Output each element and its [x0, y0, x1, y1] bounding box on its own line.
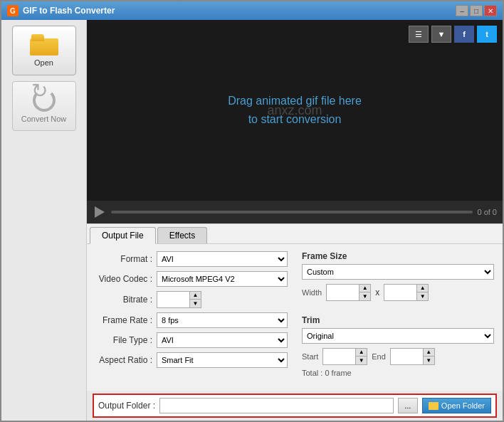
- tab-effects[interactable]: Effects: [157, 227, 207, 243]
- playback-bar: 0 of 0: [87, 201, 503, 223]
- start-input[interactable]: 0: [323, 349, 355, 364]
- start-up[interactable]: ▲: [355, 349, 367, 357]
- title-bar: G GIF to Flash Converter – □ ✕: [1, 1, 503, 20]
- format-row: Format : AVI MP4 FLV SWF: [95, 251, 288, 267]
- end-down[interactable]: ▼: [423, 357, 434, 364]
- maximize-button[interactable]: □: [470, 5, 483, 16]
- menu-button[interactable]: ☰: [409, 26, 429, 43]
- title-bar-left: G GIF to Flash Converter: [7, 5, 115, 16]
- convert-label: Convert Now: [21, 115, 67, 123]
- filetype-label: File Type :: [95, 335, 152, 345]
- output-bar: Output Folder : D:\Documents\Videos\ ...…: [93, 394, 497, 418]
- codec-label: Video Codec :: [95, 274, 152, 284]
- left-settings: Format : AVI MP4 FLV SWF Video Codec : M…: [95, 251, 288, 384]
- tabs: Output File Effects: [87, 224, 503, 243]
- trim-mode-select[interactable]: Original Custom: [302, 328, 494, 344]
- codec-select[interactable]: Microsoft MPEG4 V2 Xvid: [157, 271, 288, 287]
- dropdown-arrow[interactable]: ▼: [431, 26, 451, 43]
- tab-output-file[interactable]: Output File: [90, 227, 156, 244]
- tabs-area: Output File Effects: [87, 223, 503, 243]
- seek-bar[interactable]: [111, 211, 473, 213]
- folder-small-icon: [429, 402, 439, 410]
- window-controls: – □ ✕: [456, 5, 497, 16]
- minimize-button[interactable]: –: [456, 5, 468, 16]
- bitrate-spin: 4000 ▲ ▼: [157, 291, 201, 308]
- height-up[interactable]: ▲: [416, 285, 428, 292]
- width-label: Width: [302, 288, 322, 297]
- size-separator: x: [375, 288, 379, 297]
- framesize-title: Frame Size: [302, 251, 494, 261]
- bitrate-up[interactable]: ▲: [189, 292, 201, 300]
- size-row: Width 0 ▲ ▼ x 0: [302, 284, 494, 301]
- drag-text: Drag animated gif file here to start con…: [228, 92, 362, 128]
- end-input[interactable]: 0: [391, 349, 423, 364]
- browse-button[interactable]: ...: [398, 398, 418, 413]
- framesize-section: Frame Size Custom 320x240 640x480 1280x7…: [302, 251, 494, 301]
- twitter-button[interactable]: t: [477, 26, 497, 43]
- aspectratio-row: Aspect Ratio : Smart Fit 4:3 16:9 Origin…: [95, 352, 288, 368]
- bitrate-spinners: ▲ ▼: [189, 292, 201, 307]
- height-input[interactable]: 0: [384, 285, 416, 300]
- aspectratio-label: Aspect Ratio :: [95, 355, 152, 365]
- end-spin: 0 ▲ ▼: [390, 348, 435, 365]
- end-spinners: ▲ ▼: [423, 349, 434, 364]
- open-label: Open: [34, 58, 53, 67]
- drag-text-line1: Drag animated gif file here: [228, 95, 362, 107]
- format-select[interactable]: AVI MP4 FLV SWF: [157, 251, 288, 267]
- right-panel: ☰ ▼ f t Drag animated gif file here to s…: [87, 20, 503, 421]
- bitrate-down[interactable]: ▼: [189, 300, 201, 307]
- end-up[interactable]: ▲: [423, 349, 434, 357]
- open-button[interactable]: Open: [12, 26, 76, 75]
- bitrate-label: Bitrate :: [95, 295, 152, 305]
- bitrate-input[interactable]: 4000: [157, 292, 189, 307]
- settings-panel: Format : AVI MP4 FLV SWF Video Codec : M…: [87, 243, 503, 391]
- video-toolbar: ☰ ▼ f t: [409, 26, 497, 43]
- framerate-label: Frame Rate :: [95, 315, 152, 325]
- open-folder-label: Open Folder: [441, 401, 485, 410]
- drag-text-line2: to start conversion: [248, 113, 342, 125]
- end-label: End: [372, 352, 386, 361]
- start-down[interactable]: ▼: [355, 357, 367, 364]
- codec-row: Video Codec : Microsoft MPEG4 V2 Xvid: [95, 271, 288, 287]
- width-up[interactable]: ▲: [359, 285, 370, 292]
- facebook-button[interactable]: f: [454, 26, 474, 43]
- format-label: Format :: [95, 254, 152, 264]
- filetype-row: File Type : AVI MP4 FLV: [95, 332, 288, 348]
- aspectratio-select[interactable]: Smart Fit 4:3 16:9 Original: [157, 352, 288, 368]
- width-input[interactable]: 0: [327, 285, 359, 300]
- right-settings: Frame Size Custom 320x240 640x480 1280x7…: [302, 251, 494, 384]
- trim-row: Start 0 ▲ ▼ End 0: [302, 348, 494, 365]
- trim-section: Trim Original Custom Start 0: [302, 315, 494, 378]
- main-window: G GIF to Flash Converter – □ ✕ Open Conv…: [0, 0, 504, 422]
- play-button[interactable]: [93, 205, 107, 219]
- width-spinners: ▲ ▼: [359, 285, 370, 300]
- framesize-preset-select[interactable]: Custom 320x240 640x480 1280x720: [302, 264, 494, 280]
- height-spinners: ▲ ▼: [416, 285, 428, 300]
- total-frames: Total : 0 frame: [302, 369, 352, 377]
- main-content: Open Convert Now ☰ ▼ f t Drag animated g…: [1, 20, 503, 421]
- filetype-select[interactable]: AVI MP4 FLV: [157, 332, 288, 348]
- video-area: ☰ ▼ f t Drag animated gif file here to s…: [87, 20, 503, 201]
- height-spin: 0 ▲ ▼: [384, 284, 429, 301]
- start-label: Start: [302, 352, 318, 361]
- close-button[interactable]: ✕: [484, 5, 497, 16]
- convert-button[interactable]: Convert Now: [12, 81, 76, 131]
- sidebar: Open Convert Now: [1, 20, 87, 421]
- convert-icon: [33, 89, 56, 112]
- output-label: Output Folder :: [98, 401, 155, 411]
- output-path-input[interactable]: D:\Documents\Videos\: [159, 398, 394, 413]
- app-icon: G: [7, 5, 19, 16]
- window-title: GIF to Flash Converter: [23, 6, 115, 16]
- start-spinners: ▲ ▼: [355, 349, 367, 364]
- height-down[interactable]: ▼: [416, 292, 428, 300]
- open-folder-button[interactable]: Open Folder: [422, 398, 491, 413]
- width-down[interactable]: ▼: [359, 292, 370, 300]
- folder-icon: [30, 34, 58, 56]
- framerate-row: Frame Rate : 8 fps 12 fps 15 fps 24 fps …: [95, 312, 288, 328]
- frame-count: 0 of 0: [477, 208, 497, 216]
- start-spin: 0 ▲ ▼: [322, 348, 367, 365]
- bitrate-row: Bitrate : 4000 ▲ ▼: [95, 291, 288, 308]
- framerate-select[interactable]: 8 fps 12 fps 15 fps 24 fps 30 fps: [157, 312, 288, 328]
- trim-title: Trim: [302, 315, 494, 325]
- play-icon: [95, 206, 105, 218]
